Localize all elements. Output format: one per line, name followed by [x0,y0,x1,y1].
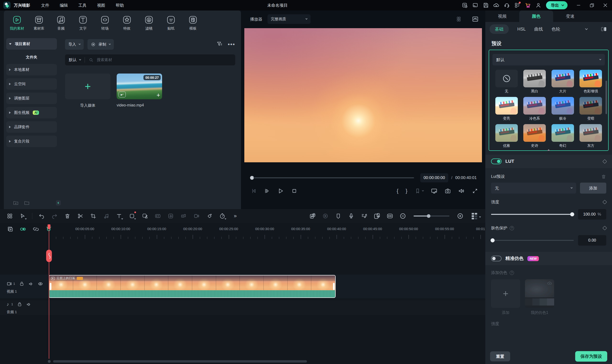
cloud-sync-icon[interactable] [491,0,501,11]
stop-icon[interactable] [291,188,297,194]
select-tool-icon[interactable] [19,212,26,220]
collapse-presets-icon[interactable] [547,149,550,151]
preset-无[interactable]: 无 [494,70,519,93]
preset-变暗[interactable]: 变暗 [578,97,604,121]
more-options-icon[interactable]: ••• [228,41,235,48]
sidebar-item-调整图层[interactable]: 调整图层 [6,93,57,104]
mark-in-icon[interactable]: { [397,188,398,194]
chevron-right-icon[interactable] [9,140,11,143]
zoom-out-icon[interactable] [399,212,406,220]
preset-东方[interactable]: 东方 [578,124,604,148]
tab-颜色[interactable]: 颜色 [519,11,553,22]
preset-黑白[interactable]: 黑白 [522,70,547,93]
fit-timeline-icon[interactable] [386,212,393,220]
preset-奇幻[interactable]: 奇幻 [550,124,575,148]
reset-button[interactable]: 重置 [490,351,510,361]
multiview-icon[interactable] [456,16,462,22]
mimic-toggle[interactable] [491,256,501,261]
current-time[interactable]: 00:00:00:00 [420,173,448,182]
add-track-icon[interactable] [7,226,14,232]
marker-icon[interactable] [415,188,424,194]
strength-value-box[interactable]: 100.00 % [578,209,606,220]
previous-frame-icon[interactable] [250,188,257,194]
support-headset-icon[interactable] [501,0,512,11]
mask-tool-icon[interactable] [128,212,136,220]
media-tab-模板[interactable]: 模板 [186,15,200,31]
timeline-clip[interactable]: 云层上的日落 [49,275,336,298]
marker-flag-icon[interactable] [335,212,342,220]
media-tab-贴纸[interactable]: 贴纸 [164,15,178,31]
add-mimic-tile[interactable]: + 添加 [491,279,520,315]
tab-变速[interactable]: 变速 [553,11,587,22]
next-frame-icon[interactable] [264,188,270,194]
mute-track-icon[interactable] [26,302,31,307]
audio-track-lane[interactable] [0,300,485,315]
media-tab-音频[interactable]: 音频 [54,15,68,31]
account-icon[interactable] [533,0,544,11]
lut-toggle[interactable] [491,158,501,164]
delete-icon[interactable] [64,212,71,220]
close-button[interactable] [598,0,612,11]
link-clips-icon[interactable] [20,226,26,233]
clip-trim-handle-right[interactable] [333,283,335,290]
save-preset-button[interactable]: 保存为预设 [575,351,607,362]
timeline-zoom-slider[interactable] [414,216,449,217]
audio-stretch-icon[interactable] [361,212,368,220]
subtab-HSL[interactable]: HSL [517,27,526,32]
skin-value-box[interactable]: 0.00 [578,235,606,246]
preset-优雅[interactable]: 优雅 [494,124,519,148]
fullscreen-icon[interactable] [472,188,478,194]
playhead-handle[interactable] [46,250,52,262]
export-button[interactable]: 导出 [546,1,568,9]
save-icon[interactable] [481,0,491,11]
new-folder-icon[interactable] [13,200,19,206]
workspace-apps-icon[interactable] [512,0,523,11]
restore-button[interactable] [585,0,598,11]
preset-大片[interactable]: 大片 [550,70,575,93]
playhead-top-handle[interactable] [48,224,50,229]
timeline-horizontal-scrollbar[interactable] [53,360,307,363]
preset-category-dropdown[interactable]: 默认 [492,54,605,65]
strength-slider[interactable] [491,214,574,215]
speed-icon[interactable] [219,212,226,220]
lut-preset-dropdown[interactable]: 无 [491,182,576,194]
media-tools-icon[interactable] [6,212,14,220]
subtab-基础[interactable]: 基础 [490,24,509,34]
preset-冷色系[interactable]: 冷色系 [522,97,547,121]
export-chevron-icon[interactable] [561,3,564,6]
screen-record-icon[interactable] [374,212,381,220]
play-icon[interactable] [277,188,284,194]
timeline[interactable]: 00:00:05:0000:00:10:0000:00:15:0000:00:2… [0,223,485,364]
add-clip-icon[interactable] [309,212,316,220]
search-input[interactable] [96,58,231,62]
collapse-sidebar-button[interactable] [56,200,61,206]
sidebar-item-项目素材[interactable]: 项目素材 [6,38,57,50]
sort-dropdown[interactable]: 默认 [69,58,77,63]
saved-mimic-tile[interactable]: 我的仿色1 [525,279,554,315]
timeline-scroll-origin[interactable] [48,360,51,363]
zoom-in-icon[interactable] [457,212,464,220]
sidebar-item-品牌套件[interactable]: 品牌套件 [6,121,57,133]
menu-item[interactable]: 工具 [78,3,86,8]
subtab-色轮[interactable]: 色轮 [552,26,560,32]
chevron-right-icon[interactable] [9,97,11,100]
voiceover-mic-icon[interactable] [348,212,355,220]
denoise-icon[interactable] [167,212,174,220]
preset-极冷[interactable]: 极冷 [550,97,575,121]
lock-track-icon[interactable] [17,302,22,307]
lock-track-icon[interactable] [19,281,24,286]
undo-icon[interactable] [38,212,45,220]
strength-keyframe-icon[interactable] [602,200,607,204]
subtab-曲线[interactable]: 曲线 [534,26,543,32]
video-preview[interactable] [244,28,482,162]
media-tab-我的素材[interactable]: 我的素材 [10,15,24,31]
unlink-clips-icon[interactable] [32,226,39,233]
menu-item[interactable]: 帮助 [116,3,124,8]
playhead-line[interactable] [49,225,49,359]
lut-keyframe-icon[interactable] [602,159,607,164]
layout-icon[interactable] [470,0,481,11]
folder-icon[interactable] [24,200,30,206]
preset-scrollbar[interactable] [606,81,607,114]
keyframe-icon[interactable] [206,212,213,220]
media-tab-转场[interactable]: 转场 [98,15,112,31]
